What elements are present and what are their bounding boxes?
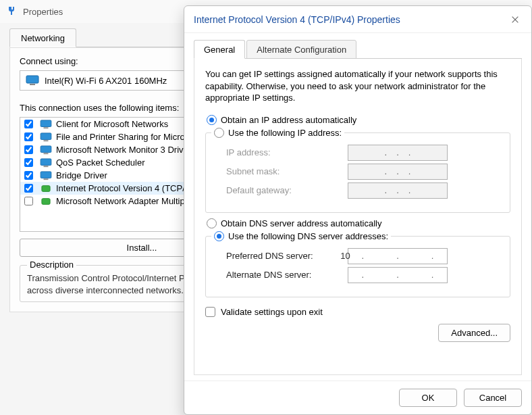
tab-general[interactable]: General	[194, 40, 245, 59]
item-checkbox[interactable]	[24, 120, 33, 128]
network-client-icon	[40, 171, 52, 180]
ip-address-label: IP address:	[226, 147, 348, 157]
radio-ip-auto[interactable]: Obtain an IP address automatically	[207, 115, 510, 125]
network-client-icon	[40, 120, 52, 129]
svg-rect-6	[41, 145, 51, 152]
close-icon[interactable]	[508, 13, 522, 26]
item-checkbox[interactable]	[24, 197, 33, 205]
item-checkbox[interactable]	[24, 145, 33, 154]
ipv4-title: Internet Protocol Version 4 (TCP/IPv4) P…	[194, 14, 400, 25]
ipv4-tabbar: General Alternate Configuration	[194, 40, 522, 59]
dialog-footer: OK Cancel	[184, 381, 531, 414]
validate-settings-label: Validate settings upon exit	[221, 307, 323, 317]
item-checkbox[interactable]	[24, 171, 33, 180]
network-client-icon	[40, 145, 52, 155]
preferred-dns-label: Preferred DNS server:	[226, 251, 348, 261]
help-text: You can get IP settings assigned automat…	[205, 68, 510, 104]
radio-icon	[207, 218, 217, 228]
radio-ip-manual[interactable]: Use the following IP address:	[214, 128, 342, 138]
radio-icon	[214, 231, 224, 241]
svg-rect-5	[44, 140, 49, 141]
svg-rect-13	[42, 198, 50, 204]
ok-button[interactable]: OK	[399, 389, 457, 407]
ipv4-properties-dialog: Internet Protocol Version 4 (TCP/IPv4) P…	[184, 5, 532, 415]
svg-rect-3	[44, 127, 49, 128]
item-checkbox[interactable]	[24, 132, 33, 141]
preferred-dns-input[interactable]: 10. . .	[348, 248, 448, 264]
default-gateway-label: Default gateway:	[226, 185, 348, 195]
ip-manual-group: Use the following IP address: IP address…	[205, 128, 510, 213]
alternate-dns-label: Alternate DNS server:	[226, 270, 348, 280]
svg-rect-1	[30, 84, 35, 85]
general-panel: You can get IP settings assigned automat…	[194, 59, 522, 375]
item-label: QoS Packet Scheduler	[56, 157, 145, 168]
item-label: Client for Microsoft Networks	[56, 119, 168, 129]
adapter-name: Intel(R) Wi-Fi 6 AX201 160MHz	[45, 76, 167, 86]
network-client-icon	[40, 132, 52, 142]
radio-dns-auto[interactable]: Obtain DNS server address automatically	[207, 218, 510, 228]
network-adapter-icon	[26, 75, 39, 86]
radio-ip-auto-label: Obtain an IP address automatically	[221, 115, 356, 125]
svg-rect-8	[41, 158, 51, 165]
svg-rect-7	[44, 153, 49, 154]
ip-octet[interactable]: 10	[339, 251, 352, 261]
radio-icon	[207, 115, 217, 125]
protocol-icon	[40, 184, 52, 193]
item-checkbox[interactable]	[24, 184, 33, 193]
item-label: Internet Protocol Version 4 (TCP/IPv4)	[56, 183, 205, 193]
tab-alternate-configuration[interactable]: Alternate Configuration	[246, 40, 356, 59]
svg-rect-9	[44, 166, 49, 167]
radio-icon	[214, 128, 224, 138]
svg-rect-10	[41, 171, 51, 178]
svg-rect-2	[41, 120, 51, 126]
adapter-properties-title: Properties	[23, 7, 63, 17]
network-client-icon	[40, 158, 52, 168]
cancel-button[interactable]: Cancel	[464, 389, 522, 407]
alternate-dns-input[interactable]: . . .	[348, 267, 448, 283]
item-label: Microsoft Network Monitor 3 Driver	[56, 145, 191, 155]
subnet-mask-label: Subnet mask:	[226, 166, 348, 176]
radio-dns-manual-label: Use the following DNS server addresses:	[228, 231, 388, 241]
tab-networking[interactable]: Networking	[9, 28, 76, 47]
default-gateway-input: ...	[348, 182, 448, 199]
item-label: Bridge Driver	[56, 170, 107, 180]
validate-settings-checkbox[interactable]: Validate settings upon exit	[205, 307, 510, 317]
checkbox-icon	[205, 307, 215, 317]
ipv4-titlebar: Internet Protocol Version 4 (TCP/IPv4) P…	[184, 6, 531, 33]
svg-rect-12	[42, 185, 50, 191]
svg-rect-4	[41, 132, 51, 139]
item-checkbox[interactable]	[24, 158, 33, 167]
radio-dns-auto-label: Obtain DNS server address automatically	[221, 218, 381, 228]
plug-icon	[7, 6, 18, 17]
ip-address-input: ...	[348, 145, 448, 161]
radio-ip-manual-label: Use the following IP address:	[228, 128, 342, 138]
advanced-button[interactable]: Advanced...	[438, 324, 510, 342]
subnet-mask-input: ...	[348, 164, 448, 180]
svg-rect-11	[44, 178, 49, 180]
description-legend: Description	[27, 260, 76, 270]
dns-manual-group: Use the following DNS server addresses: …	[205, 231, 510, 297]
protocol-icon	[40, 197, 52, 206]
radio-dns-manual[interactable]: Use the following DNS server addresses:	[214, 231, 388, 241]
svg-rect-0	[26, 76, 38, 83]
